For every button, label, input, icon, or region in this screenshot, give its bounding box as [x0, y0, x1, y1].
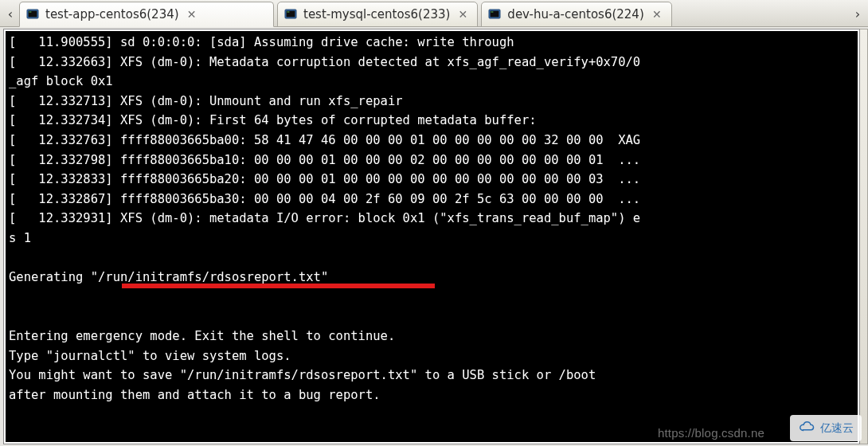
svg-rect-5	[287, 12, 289, 13]
watermark-url: https://blog.csdn.ne	[658, 426, 764, 440]
chevron-left-icon: ‹	[8, 6, 13, 22]
terminal-output[interactable]: [ 11.900555] sd 0:0:0:0: [sda] Assuming …	[6, 31, 858, 442]
tab-test-app-centos6[interactable]: test-app-centos6(234) ✕	[19, 2, 274, 27]
tab-label: test-app-centos6(234)	[45, 7, 179, 22]
terminal-icon	[284, 8, 297, 21]
terminal-icon	[26, 8, 39, 21]
watermark-logo: 亿速云	[790, 415, 862, 441]
chevron-right-icon: ›	[855, 6, 860, 22]
cloud-icon	[798, 418, 815, 438]
tab-close-button[interactable]: ✕	[651, 8, 663, 21]
tab-close-button[interactable]: ✕	[186, 8, 198, 21]
tab-scroll-right[interactable]: ›	[849, 2, 866, 26]
terminal-icon	[488, 8, 501, 21]
tab-test-mysql-centos6[interactable]: test-mysql-centos6(233) ✕	[277, 2, 478, 27]
svg-rect-8	[491, 12, 494, 13]
close-icon: ✕	[458, 9, 467, 20]
tab-scroll-left[interactable]: ‹	[2, 2, 19, 26]
svg-rect-2	[29, 12, 31, 13]
tab-dev-hu-a-centos6[interactable]: dev-hu-a-centos6(224) ✕	[481, 2, 671, 27]
tab-close-button[interactable]: ✕	[456, 8, 469, 21]
vertical-scrollbar[interactable]	[860, 29, 868, 444]
tab-bar: ‹ test-app-centos6(234) ✕ test-mysql-cen…	[0, 0, 868, 27]
terminal-pane: [ 11.900555] sd 0:0:0:0: [sda] Assuming …	[3, 29, 860, 444]
close-icon: ✕	[187, 9, 197, 20]
watermark-brand: 亿速云	[820, 421, 854, 436]
close-icon: ✕	[652, 9, 662, 20]
tab-label: dev-hu-a-centos6(224)	[507, 7, 643, 22]
highlight-underline	[122, 284, 435, 288]
tab-label: test-mysql-centos6(233)	[303, 7, 450, 22]
